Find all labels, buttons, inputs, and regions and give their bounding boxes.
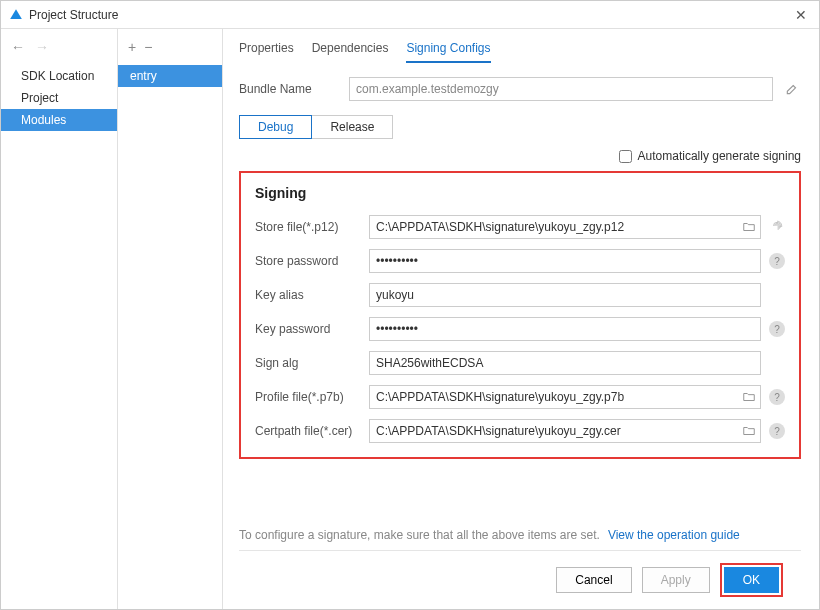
- key-alias-input[interactable]: [370, 284, 760, 306]
- store-password-input[interactable]: [370, 250, 760, 272]
- nav-back-icon[interactable]: ←: [11, 39, 25, 55]
- sign-alg-label: Sign alg: [255, 356, 361, 370]
- tab-signing-configs[interactable]: Signing Configs: [406, 41, 490, 63]
- signing-heading: Signing: [255, 185, 785, 201]
- bundle-name-label: Bundle Name: [239, 82, 339, 96]
- key-password-input[interactable]: [370, 318, 760, 340]
- certpath-file-input[interactable]: [370, 420, 738, 442]
- titlebar: Project Structure ✕: [1, 1, 819, 29]
- tab-properties[interactable]: Properties: [239, 41, 294, 63]
- sign-alg-input[interactable]: [370, 352, 760, 374]
- footer: Cancel Apply OK: [239, 550, 801, 609]
- ok-button[interactable]: OK: [724, 567, 779, 593]
- cancel-button[interactable]: Cancel: [556, 567, 631, 593]
- module-item-entry[interactable]: entry: [118, 65, 222, 87]
- add-module-icon[interactable]: +: [128, 39, 136, 55]
- signing-section: Signing Store file(*.p12) Store password: [239, 171, 801, 459]
- profile-file-input[interactable]: [370, 386, 738, 408]
- help-icon[interactable]: ?: [769, 423, 785, 439]
- folder-icon[interactable]: [738, 420, 760, 442]
- nav-item-sdk-location[interactable]: SDK Location: [1, 65, 117, 87]
- edit-icon[interactable]: [783, 80, 801, 98]
- auto-generate-label: Automatically generate signing: [638, 149, 801, 163]
- close-icon[interactable]: ✕: [791, 7, 811, 23]
- store-file-label: Store file(*.p12): [255, 220, 361, 234]
- mode-tab-release[interactable]: Release: [312, 115, 393, 139]
- tab-bar: Properties Dependencies Signing Configs: [239, 41, 801, 63]
- profile-file-label: Profile file(*.p7b): [255, 390, 361, 404]
- module-list-panel: + − entry: [118, 29, 223, 609]
- tab-dependencies[interactable]: Dependencies: [312, 41, 389, 63]
- fingerprint-icon[interactable]: [769, 219, 785, 235]
- store-file-input[interactable]: [370, 216, 738, 238]
- hint-text: To configure a signature, make sure that…: [239, 528, 600, 542]
- operation-guide-link[interactable]: View the operation guide: [608, 528, 740, 542]
- nav-item-modules[interactable]: Modules: [1, 109, 117, 131]
- nav-item-project[interactable]: Project: [1, 87, 117, 109]
- hint-row: To configure a signature, make sure that…: [239, 520, 801, 550]
- folder-icon[interactable]: [738, 386, 760, 408]
- main-panel: Properties Dependencies Signing Configs …: [223, 29, 819, 609]
- help-icon[interactable]: ?: [769, 321, 785, 337]
- store-password-label: Store password: [255, 254, 361, 268]
- bundle-name-input[interactable]: [349, 77, 773, 101]
- key-alias-label: Key alias: [255, 288, 361, 302]
- apply-button: Apply: [642, 567, 710, 593]
- window-title: Project Structure: [29, 8, 791, 22]
- help-icon[interactable]: ?: [769, 389, 785, 405]
- app-icon: [9, 8, 23, 22]
- nav-forward-icon[interactable]: →: [35, 39, 49, 55]
- help-icon[interactable]: ?: [769, 253, 785, 269]
- certpath-file-label: Certpath file(*.cer): [255, 424, 361, 438]
- left-nav-panel: ← → SDK Location Project Modules: [1, 29, 118, 609]
- remove-module-icon[interactable]: −: [144, 39, 152, 55]
- folder-icon[interactable]: [738, 216, 760, 238]
- auto-generate-checkbox[interactable]: [619, 150, 632, 163]
- mode-tabs: Debug Release: [239, 115, 801, 139]
- key-password-label: Key password: [255, 322, 361, 336]
- mode-tab-debug[interactable]: Debug: [239, 115, 312, 139]
